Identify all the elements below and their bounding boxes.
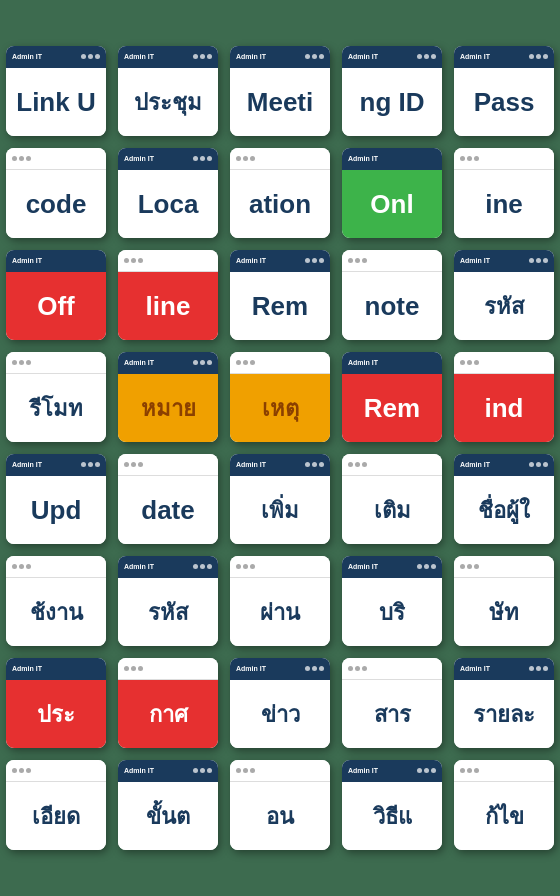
sticker-item[interactable]: Admin ITบริ bbox=[342, 556, 442, 646]
sticker-grid: Admin ITLink UAdmin ITประชุมAdmin ITMeet… bbox=[0, 30, 560, 866]
sticker-text: ation bbox=[230, 170, 330, 238]
sticker-text: วิธีแ bbox=[342, 782, 442, 850]
sticker-item[interactable]: Admin ITOnl bbox=[342, 148, 442, 238]
sticker-text: Rem bbox=[342, 374, 442, 442]
sticker-item[interactable]: ช้งาน bbox=[6, 556, 106, 646]
sticker-item[interactable]: ก้ไข bbox=[454, 760, 554, 850]
sticker-item[interactable]: Admin ITOff bbox=[6, 250, 106, 340]
sticker-text: หมาย bbox=[118, 374, 218, 442]
sticker-header-label: Admin IT bbox=[124, 155, 193, 162]
sticker-text: ผ่าน bbox=[230, 578, 330, 646]
sticker-item[interactable]: เอียด bbox=[6, 760, 106, 850]
sticker-header-label: Admin IT bbox=[236, 257, 305, 264]
sticker-item[interactable]: Admin ITRem bbox=[342, 352, 442, 442]
sticker-item[interactable]: Admin ITรายละ bbox=[454, 658, 554, 748]
sticker-item[interactable]: อน bbox=[230, 760, 330, 850]
sticker-item[interactable]: Admin ITng ID bbox=[342, 46, 442, 136]
sticker-header-label: Admin IT bbox=[348, 767, 417, 774]
sticker-text: รายละ bbox=[454, 680, 554, 748]
sticker-text: code bbox=[6, 170, 106, 238]
sticker-item[interactable]: note bbox=[342, 250, 442, 340]
sticker-header-label: Admin IT bbox=[124, 359, 193, 366]
sticker-text: ng ID bbox=[342, 68, 442, 136]
sticker-header-label: Admin IT bbox=[348, 53, 417, 60]
sticker-text: ine bbox=[454, 170, 554, 238]
sticker-header-label: Admin IT bbox=[460, 665, 529, 672]
sticker-item[interactable]: Admin ITLoca bbox=[118, 148, 218, 238]
sticker-header-label: Admin IT bbox=[124, 563, 193, 570]
sticker-text: ประชุม bbox=[118, 68, 218, 136]
sticker-text: date bbox=[118, 476, 218, 544]
sticker-item[interactable]: รีโมท bbox=[6, 352, 106, 442]
sticker-text: ก้ไข bbox=[454, 782, 554, 850]
sticker-item[interactable]: สาร bbox=[342, 658, 442, 748]
sticker-item[interactable]: ind bbox=[454, 352, 554, 442]
sticker-text: ind bbox=[454, 374, 554, 442]
sticker-item[interactable]: ation bbox=[230, 148, 330, 238]
sticker-text: กาศ bbox=[118, 680, 218, 748]
sticker-text: Loca bbox=[118, 170, 218, 238]
sticker-text: Rem bbox=[230, 272, 330, 340]
sticker-text: note bbox=[342, 272, 442, 340]
sticker-header-label: Admin IT bbox=[348, 155, 436, 162]
sticker-item[interactable]: Admin ITรหัส bbox=[454, 250, 554, 340]
sticker-item[interactable]: Admin ITประ bbox=[6, 658, 106, 748]
sticker-item[interactable]: date bbox=[118, 454, 218, 544]
sticker-text: ประ bbox=[6, 680, 106, 748]
sticker-header-label: Admin IT bbox=[12, 53, 81, 60]
sticker-text: ช้งาน bbox=[6, 578, 106, 646]
sticker-header-label: Admin IT bbox=[348, 359, 436, 366]
sticker-item[interactable]: Admin ITMeeti bbox=[230, 46, 330, 136]
sticker-item[interactable]: เติม bbox=[342, 454, 442, 544]
sticker-header-label: Admin IT bbox=[236, 461, 305, 468]
sticker-header-label: Admin IT bbox=[460, 257, 529, 264]
sticker-item[interactable]: Admin ITข่าว bbox=[230, 658, 330, 748]
sticker-item[interactable]: Admin ITLink U bbox=[6, 46, 106, 136]
sticker-text: ขั้นต bbox=[118, 782, 218, 850]
sticker-item[interactable]: ษัท bbox=[454, 556, 554, 646]
sticker-text: ข่าว bbox=[230, 680, 330, 748]
sticker-text: รหัส bbox=[454, 272, 554, 340]
sticker-text: สาร bbox=[342, 680, 442, 748]
sticker-text: ษัท bbox=[454, 578, 554, 646]
sticker-header-label: Admin IT bbox=[236, 53, 305, 60]
sticker-item[interactable]: Admin ITชื่อผู้ใ bbox=[454, 454, 554, 544]
sticker-item[interactable]: Admin ITหมาย bbox=[118, 352, 218, 442]
sticker-text: รหัส bbox=[118, 578, 218, 646]
sticker-header-label: Admin IT bbox=[12, 665, 100, 672]
sticker-item[interactable]: Admin ITประชุม bbox=[118, 46, 218, 136]
sticker-text: Off bbox=[6, 272, 106, 340]
sticker-text: Onl bbox=[342, 170, 442, 238]
sticker-item[interactable]: line bbox=[118, 250, 218, 340]
sticker-header-label: Admin IT bbox=[460, 53, 529, 60]
sticker-text: Upd bbox=[6, 476, 106, 544]
sticker-text: เติม bbox=[342, 476, 442, 544]
sticker-item[interactable]: Admin ITเพิ่ม bbox=[230, 454, 330, 544]
sticker-header-label: Admin IT bbox=[236, 665, 305, 672]
sticker-header-label: Admin IT bbox=[124, 53, 193, 60]
sticker-item[interactable]: Admin ITPass bbox=[454, 46, 554, 136]
sticker-text: บริ bbox=[342, 578, 442, 646]
sticker-item[interactable]: ine bbox=[454, 148, 554, 238]
sticker-text: เหตุ bbox=[230, 374, 330, 442]
sticker-item[interactable]: Admin ITขั้นต bbox=[118, 760, 218, 850]
sticker-text: line bbox=[118, 272, 218, 340]
sticker-text: เพิ่ม bbox=[230, 476, 330, 544]
sticker-text: อน bbox=[230, 782, 330, 850]
sticker-item[interactable]: Admin ITรหัส bbox=[118, 556, 218, 646]
sticker-item[interactable]: เหตุ bbox=[230, 352, 330, 442]
sticker-item[interactable]: ผ่าน bbox=[230, 556, 330, 646]
sticker-header-label: Admin IT bbox=[12, 257, 100, 264]
sticker-item[interactable]: กาศ bbox=[118, 658, 218, 748]
sticker-text: Meeti bbox=[230, 68, 330, 136]
sticker-header-label: Admin IT bbox=[124, 767, 193, 774]
sticker-header-label: Admin IT bbox=[348, 563, 417, 570]
sticker-text: รีโมท bbox=[6, 374, 106, 442]
sticker-item[interactable]: code bbox=[6, 148, 106, 238]
sticker-item[interactable]: Admin ITUpd bbox=[6, 454, 106, 544]
sticker-text: ชื่อผู้ใ bbox=[454, 476, 554, 544]
sticker-item[interactable]: Admin ITวิธีแ bbox=[342, 760, 442, 850]
sticker-header-label: Admin IT bbox=[460, 461, 529, 468]
sticker-item[interactable]: Admin ITRem bbox=[230, 250, 330, 340]
sticker-header-label: Admin IT bbox=[12, 461, 81, 468]
